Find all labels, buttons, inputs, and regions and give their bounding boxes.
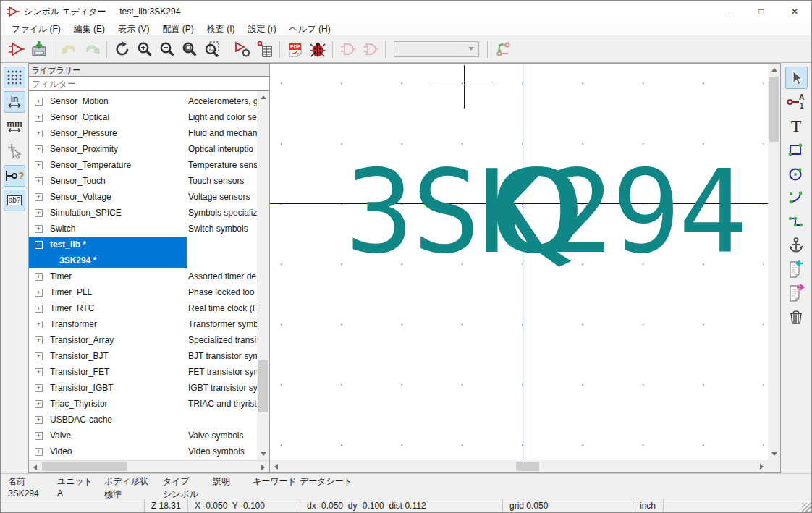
menu-item-1[interactable]: 編集 (E) [67,22,111,36]
library-row[interactable]: +Sensor_VoltageVoltage sensors [29,189,257,205]
symbol-properties-button[interactable] [231,38,253,60]
scrollbar-thumb[interactable] [258,360,268,412]
refresh-view-button[interactable] [111,38,133,60]
expand-icon[interactable]: + [35,321,43,328]
minimize-button[interactable]: – [711,1,745,22]
library-row[interactable]: +Transistor_BJTBJT transistor sym [29,348,257,364]
expand-icon[interactable]: + [35,98,43,106]
demorgan-standard-button[interactable] [337,38,359,60]
library-row[interactable]: +VideoVideo symbols [29,444,257,459]
menu-item-3[interactable]: 配置 (P) [156,22,200,36]
expand-icon[interactable]: + [35,448,43,456]
expand-icon[interactable]: + [35,145,43,153]
expand-icon[interactable]: + [35,273,43,281]
menu-item-4[interactable]: 検査 (I) [200,22,242,36]
library-row[interactable]: +Simulation_SPICESymbols specializ [29,205,257,221]
expand-icon[interactable]: + [35,289,43,297]
library-row[interactable]: +SwitchSwitch symbols [29,221,257,237]
expand-icon[interactable]: + [35,368,43,376]
library-row[interactable]: +Sensor_OpticalLight and color se [29,109,257,125]
symbol-value-text[interactable]: 3SK294 [345,155,745,269]
expand-icon[interactable]: + [35,384,43,392]
scrollbar-thumb[interactable] [42,462,127,471]
expand-icon[interactable]: + [35,193,43,201]
library-row[interactable]: +Sensor_TemperatureTemperature sens [29,157,257,173]
library-row[interactable]: +Sensor_PressureFluid and mechan [29,125,257,141]
zoom-selection-button[interactable] [200,38,223,60]
library-row[interactable]: −test_lib * [29,237,257,253]
menu-item-6[interactable]: ヘルプ (H) [283,22,337,36]
arc-tool-button[interactable] [785,186,808,208]
editor-canvas[interactable]: Q 3SK294 [270,64,768,460]
library-list-horizontal-scrollbar[interactable] [29,460,269,472]
resize-grip[interactable] [802,503,811,512]
canvas-horizontal-scrollbar[interactable] [270,460,768,472]
expand-icon[interactable]: + [35,114,43,122]
library-row[interactable]: +Transistor_ArraySpecialized transi [29,332,257,348]
library-row[interactable]: +Sensor_MotionAccelerometers, g [29,93,257,109]
scroll-right-arrow[interactable] [756,460,768,472]
export-pdf-button[interactable]: PDF [284,38,306,60]
library-row[interactable]: +TransformerTransformer symb [29,316,257,332]
pin-tool-button[interactable]: A 1 [785,90,808,113]
redo-button[interactable] [80,38,103,60]
scroll-up-arrow[interactable] [768,64,780,76]
menu-item-5[interactable]: 設定 (r) [241,22,282,36]
expand-icon[interactable]: + [35,225,43,233]
library-row[interactable]: +TimerAssorted timer de [29,268,257,284]
scroll-up-arrow[interactable] [257,91,269,103]
circle-tool-button[interactable] [785,162,808,185]
expand-icon[interactable]: + [35,432,43,440]
rectangle-tool-button[interactable] [785,138,808,161]
library-row[interactable]: +Sensor_ProximityOptical interuptio [29,141,257,157]
export-symbol-drawing-button[interactable] [785,281,808,304]
close-button[interactable]: ✕ [778,1,811,22]
expand-icon[interactable]: + [35,416,43,424]
select-tool-button[interactable] [785,67,808,89]
library-row[interactable]: +ValveValve symbols [29,428,257,444]
expand-icon[interactable]: + [35,209,43,217]
expand-icon[interactable]: + [35,161,43,169]
library-symbol-row[interactable]: 3SK294 * [29,253,257,268]
grid-toggle-button[interactable] [4,67,25,88]
library-row[interactable]: +Triac_ThyristorTRIAC and thyrist [29,396,257,412]
scroll-left-arrow[interactable] [270,460,282,472]
save-button[interactable] [28,38,50,60]
import-symbol-drawing-button[interactable] [785,258,808,280]
zoom-out-button[interactable] [156,38,178,60]
scroll-down-arrow[interactable] [257,448,269,460]
library-row[interactable]: +Timer_RTCReal time clock (F [29,300,257,316]
zoom-fit-button[interactable] [178,38,200,60]
units-mm-button[interactable]: mm [4,116,25,137]
unit-select-dropdown[interactable] [394,41,479,57]
scrollbar-thumb[interactable] [769,77,779,142]
polyline-tool-button[interactable] [785,210,808,232]
expand-icon[interactable]: + [35,352,43,360]
maximize-button[interactable]: □ [745,1,778,22]
scroll-left-arrow[interactable] [29,461,41,473]
sync-pins-button[interactable] [491,38,514,60]
library-filter-input[interactable] [29,76,269,91]
text-tool-button[interactable]: T [785,114,808,137]
library-row[interactable]: +Transistor_IGBTIGBT transistor sy [29,380,257,396]
scroll-down-arrow[interactable] [768,448,780,460]
zoom-in-button[interactable] [133,38,156,60]
expand-icon[interactable]: + [35,130,43,137]
erc-check-button[interactable] [306,38,329,60]
library-row[interactable]: +Transistor_FETFET transistor sym [29,364,257,380]
scroll-right-arrow[interactable] [257,461,269,473]
new-symbol-button[interactable] [5,38,28,60]
expand-icon[interactable]: + [35,400,43,408]
expand-icon[interactable]: + [35,336,43,344]
units-inch-button[interactable]: in [4,91,25,113]
library-row[interactable]: +Sensor_TouchTouch sensors [29,173,257,189]
expand-icon[interactable]: + [35,305,43,313]
pin-table-button[interactable] [253,38,276,60]
menu-item-0[interactable]: ファイル (F) [5,22,67,36]
collapse-icon[interactable]: − [35,241,43,249]
canvas-vertical-scrollbar[interactable] [768,64,780,460]
anchor-tool-button[interactable] [785,234,808,256]
demorgan-alternate-button[interactable] [359,38,381,60]
library-row[interactable]: +Timer_PLLPhase locked loo [29,284,257,300]
library-list-vertical-scrollbar[interactable] [257,91,269,460]
